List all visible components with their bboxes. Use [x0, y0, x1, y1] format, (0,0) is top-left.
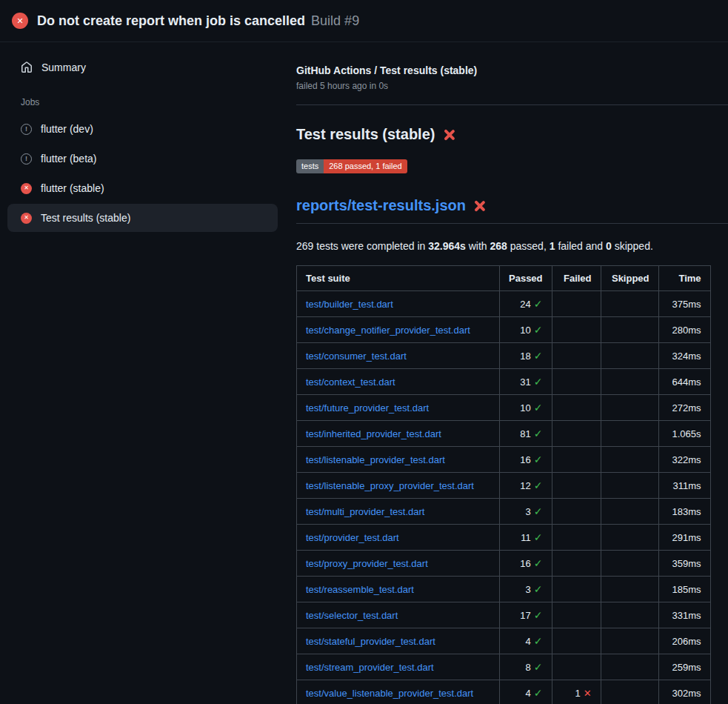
time-cell: 311ms [658, 473, 710, 499]
suite-cell: test/future_provider_test.dart [297, 395, 500, 421]
suite-cell: test/change_notifier_provider_test.dart [297, 317, 500, 343]
report-file-link[interactable]: reports/test-results.json [296, 197, 466, 214]
passed-count: 3 [526, 506, 531, 517]
table-row: test/stateful_provider_test.dart4✓206ms [297, 628, 711, 654]
passed-cell: 3✓ [500, 577, 552, 602]
summary-fragment: skipped. [612, 240, 653, 252]
failed-cell: 1✕ [552, 680, 601, 704]
sidebar-item-job[interactable]: ✕Test results (stable) [7, 204, 278, 232]
failed-cell [552, 317, 601, 343]
suite-link[interactable]: test/future_provider_test.dart [306, 402, 429, 414]
pass-check-icon: ✓ [534, 454, 543, 465]
skipped-cell [601, 628, 658, 654]
failed-cell [552, 577, 601, 602]
column-header: Time [658, 266, 710, 291]
table-row: test/listenable_proxy_provider_test.dart… [297, 473, 711, 499]
suite-cell: test/listenable_provider_test.dart [297, 447, 500, 473]
suite-link[interactable]: test/proxy_provider_test.dart [306, 558, 428, 569]
suite-link[interactable]: test/context_test.dart [306, 376, 395, 388]
job-label: Test results (stable) [41, 212, 130, 224]
suite-link[interactable]: test/multi_provider_test.dart [306, 506, 424, 517]
summary-number: 1 [550, 240, 555, 252]
passed-count: 81 [520, 428, 530, 439]
passed-cell: 3✓ [500, 499, 552, 525]
sidebar-item-summary[interactable]: Summary [0, 54, 285, 81]
time-cell: 183ms [658, 499, 710, 525]
suite-link[interactable]: test/listenable_provider_test.dart [306, 454, 445, 465]
suite-link[interactable]: test/inherited_provider_test.dart [306, 428, 441, 439]
summary-fragment: passed, [507, 240, 550, 252]
passed-count: 4 [526, 636, 531, 647]
passed-count: 4 [526, 688, 531, 699]
time-cell: 324ms [658, 343, 710, 369]
pass-check-icon: ✓ [534, 531, 543, 543]
pass-check-icon: ✓ [534, 402, 543, 414]
suite-cell: test/consumer_test.dart [297, 343, 500, 369]
passed-cell: 8✓ [500, 654, 552, 680]
failed-cell [552, 551, 601, 577]
suite-link[interactable]: test/listenable_proxy_provider_test.dart [306, 480, 474, 491]
passed-cell: 4✓ [500, 628, 552, 654]
time-cell: 272ms [658, 395, 710, 421]
table-row: test/change_notifier_provider_test.dart1… [297, 317, 711, 343]
x-circle-icon: ✕ [21, 213, 32, 224]
test-summary-text: 269 tests were completed in 32.964s with… [296, 240, 728, 252]
pass-check-icon: ✓ [534, 635, 543, 647]
suite-link[interactable]: test/change_notifier_provider_test.dart [306, 325, 470, 336]
summary-fragment: with [466, 240, 490, 252]
table-header-row: Test suitePassedFailedSkippedTime [297, 266, 711, 291]
skipped-cell [601, 343, 658, 369]
sidebar-item-job[interactable]: !flutter (beta) [7, 145, 278, 173]
passed-cell: 81✓ [500, 421, 552, 447]
suite-link[interactable]: test/stream_provider_test.dart [306, 662, 434, 673]
skipped-cell [601, 473, 658, 499]
pass-check-icon: ✓ [534, 324, 543, 336]
skipped-cell [601, 680, 658, 704]
passed-count: 11 [521, 532, 531, 543]
summary-number: 0 [606, 240, 612, 252]
pass-check-icon: ✓ [534, 687, 543, 699]
suite-link[interactable]: test/reassemble_test.dart [306, 584, 414, 595]
suite-link[interactable]: test/builder_test.dart [306, 299, 393, 310]
summary-number: 32.964s [428, 240, 466, 252]
skipped-cell [601, 395, 658, 421]
summary-fragment: failed and [555, 240, 607, 252]
sidebar-item-job[interactable]: !flutter (dev) [7, 115, 278, 143]
summary-number: 268 [490, 240, 507, 252]
time-cell: 302ms [658, 680, 710, 704]
alert-circle-icon: ! [21, 124, 32, 135]
failed-cross-icon [443, 129, 455, 141]
pass-check-icon: ✓ [534, 505, 543, 517]
passed-count: 16 [520, 454, 530, 465]
failed-cell [552, 654, 601, 680]
suite-cell: test/provider_test.dart [297, 525, 500, 551]
pass-check-icon: ✓ [534, 479, 543, 491]
passed-cell: 11✓ [500, 525, 552, 551]
suite-cell: test/reassemble_test.dart [297, 577, 500, 602]
suite-link[interactable]: test/stateful_provider_test.dart [306, 636, 435, 647]
suite-link[interactable]: test/consumer_test.dart [306, 351, 407, 362]
sidebar-item-job[interactable]: ✕flutter (stable) [7, 174, 278, 202]
failed-cell [552, 291, 601, 317]
table-row: test/listenable_provider_test.dart16✓322… [297, 447, 711, 473]
skipped-cell [601, 551, 658, 577]
time-cell: 259ms [658, 654, 710, 680]
suite-link[interactable]: test/value_listenable_provider_test.dart [306, 688, 473, 699]
failed-cross-icon [474, 200, 486, 212]
table-row: test/context_test.dart31✓644ms [297, 369, 711, 395]
jobs-section-label: Jobs [0, 81, 285, 115]
suite-cell: test/listenable_proxy_provider_test.dart [297, 473, 500, 499]
suite-cell: test/builder_test.dart [297, 291, 500, 317]
breadcrumb: GitHub Actions / Test results (stable) [296, 64, 728, 76]
skipped-cell [601, 525, 658, 551]
job-label: flutter (dev) [41, 123, 93, 135]
suite-link[interactable]: test/provider_test.dart [306, 532, 399, 543]
time-cell: 280ms [658, 317, 710, 343]
table-row: test/builder_test.dart24✓375ms [297, 291, 711, 317]
jobs-list: !flutter (dev)!flutter (beta)✕flutter (s… [0, 115, 285, 232]
column-header: Skipped [601, 266, 658, 291]
sidebar: Summary Jobs !flutter (dev)!flutter (bet… [0, 42, 285, 233]
skipped-cell [601, 369, 658, 395]
suite-link[interactable]: test/selector_test.dart [306, 610, 398, 621]
table-row: test/multi_provider_test.dart3✓183ms [297, 499, 711, 525]
